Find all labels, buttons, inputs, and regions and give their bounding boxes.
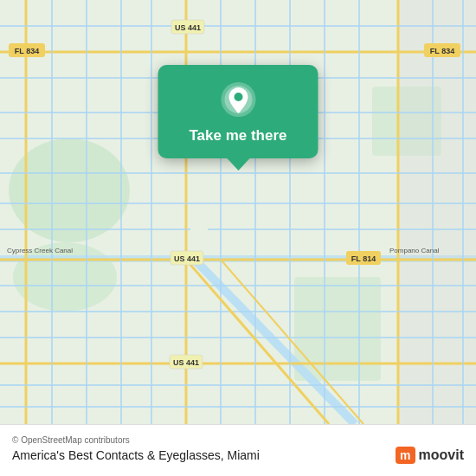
bottom-bar: © OpenStreetMap contributors America's B…: [0, 424, 476, 476]
svg-text:US 441: US 441: [173, 358, 199, 367]
svg-text:US 441: US 441: [175, 23, 201, 32]
moovit-m-icon: m: [396, 447, 415, 464]
business-info-row: America's Best Contacts & Eyeglasses, Mi…: [12, 447, 464, 464]
svg-text:FL 814: FL 814: [351, 254, 376, 263]
location-pin-icon: [219, 80, 257, 119]
svg-point-56: [234, 93, 242, 101]
take-me-there-button[interactable]: Take me there: [189, 127, 286, 145]
moovit-text: moovit: [419, 447, 464, 463]
svg-text:Pompano Canal: Pompano Canal: [389, 247, 440, 254]
moovit-logo: m moovit: [396, 447, 464, 464]
business-name: America's Best Contacts & Eyeglasses, Mi…: [12, 448, 260, 462]
svg-rect-7: [398, 0, 476, 424]
svg-text:FL 834: FL 834: [15, 47, 39, 55]
svg-text:US 441: US 441: [174, 254, 200, 263]
map-container: FL 834 US 441 FL 834 US 441 FL 814 US 44…: [0, 0, 476, 424]
svg-text:Cypress Creek Canal: Cypress Creek Canal: [7, 247, 73, 254]
map-attribution: © OpenStreetMap contributors: [12, 435, 464, 445]
popup-card: Take me there: [158, 65, 318, 158]
svg-text:FL 834: FL 834: [430, 47, 454, 55]
svg-rect-3: [294, 277, 381, 381]
